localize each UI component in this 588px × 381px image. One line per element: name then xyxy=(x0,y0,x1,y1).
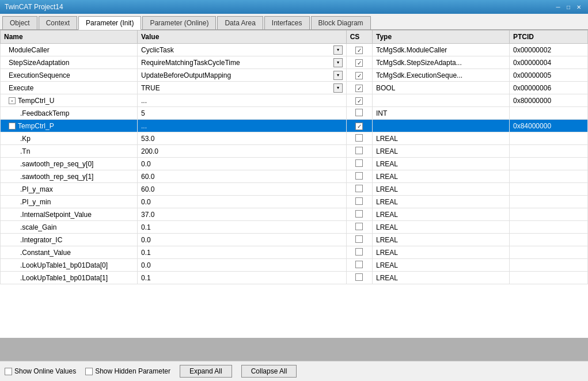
tab-object[interactable]: Object xyxy=(2,16,37,29)
table-row[interactable]: .LookUpTable1_bp01Data[0]0.0LREAL xyxy=(1,259,588,272)
table-row[interactable]: .sawtooth_rep_seq_y[0]0.0LREAL xyxy=(1,158,588,170)
cs-checkbox[interactable] xyxy=(355,273,363,281)
cs-checkbox[interactable] xyxy=(355,261,363,268)
cs-checkbox[interactable] xyxy=(355,147,363,154)
cs-cell[interactable] xyxy=(346,132,372,145)
tab-parameter-online[interactable]: Parameter (Online) xyxy=(142,16,216,29)
ptcid-cell xyxy=(509,145,587,158)
ptcid-cell: 0x84000000 xyxy=(509,120,587,132)
cs-checkbox[interactable] xyxy=(355,197,363,205)
tab-context[interactable]: Context xyxy=(39,16,77,29)
cs-cell[interactable] xyxy=(346,120,372,132)
cs-cell[interactable] xyxy=(346,94,372,107)
cs-cell[interactable] xyxy=(346,170,372,183)
table-row[interactable]: .Constant_Value0.1LREAL xyxy=(1,246,588,259)
table-row[interactable]: .Tn200.0LREAL xyxy=(1,145,588,158)
cs-cell[interactable] xyxy=(346,221,372,234)
dropdown-button[interactable]: ▾ xyxy=(333,83,343,93)
table-row[interactable]: Execute TRUE ▾ BOOL0x00000006 xyxy=(1,82,588,94)
close-button[interactable]: ✕ xyxy=(574,3,583,11)
show-hidden-param-checkbox[interactable] xyxy=(85,368,93,375)
value-cell: 60.0 xyxy=(138,170,347,183)
cs-cell[interactable] xyxy=(346,44,372,56)
expand-button[interactable]: - xyxy=(9,123,16,129)
window-title: TwinCAT Project14 xyxy=(5,3,63,11)
cs-checkbox[interactable] xyxy=(355,185,363,192)
cs-cell[interactable] xyxy=(346,234,372,246)
ptcid-cell xyxy=(509,183,587,196)
cs-checkbox[interactable] xyxy=(355,47,363,54)
cs-checkbox[interactable] xyxy=(355,109,363,116)
cs-checkbox[interactable] xyxy=(355,72,363,79)
tab-parameter-init[interactable]: Parameter (Init) xyxy=(78,16,141,30)
cs-checkbox[interactable] xyxy=(355,248,363,256)
header-ptcid: PTCID xyxy=(509,31,587,44)
maximize-button[interactable]: □ xyxy=(564,3,573,11)
cs-checkbox[interactable] xyxy=(355,159,363,167)
tab-interfaces[interactable]: Interfaces xyxy=(264,16,310,29)
cs-cell[interactable] xyxy=(346,272,372,284)
table-row[interactable]: .PI_y_max60.0LREAL xyxy=(1,183,588,196)
show-online-values-checkbox[interactable] xyxy=(5,368,12,375)
dropdown-button[interactable]: ▾ xyxy=(333,45,343,55)
dropdown-button[interactable]: ▾ xyxy=(333,71,343,80)
cs-checkbox[interactable] xyxy=(355,210,363,218)
window-controls: ─ □ ✕ xyxy=(553,3,583,11)
cs-cell[interactable] xyxy=(346,145,372,158)
row-name: .scale_Gain xyxy=(20,223,56,231)
ptcid-cell xyxy=(509,158,587,170)
cs-cell[interactable] xyxy=(346,69,372,82)
table-row[interactable]: .sawtooth_rep_seq_y[1]60.0LREAL xyxy=(1,170,588,183)
expand-button[interactable]: - xyxy=(9,97,16,104)
cs-cell[interactable] xyxy=(346,196,372,208)
cs-cell[interactable] xyxy=(346,259,372,272)
collapse-all-button[interactable]: Collapse All xyxy=(241,365,297,378)
table-row[interactable]: -TempCtrl_P...0x84000000 xyxy=(1,120,588,132)
cs-cell[interactable] xyxy=(346,183,372,196)
table-row[interactable]: .scale_Gain0.1LREAL xyxy=(1,221,588,234)
cs-checkbox[interactable] xyxy=(355,85,363,92)
value-cell: 60.0 xyxy=(138,183,347,196)
ptcid-cell xyxy=(509,132,587,145)
value-cell: CyclicTask ▾ xyxy=(138,44,347,56)
cs-checkbox[interactable] xyxy=(355,235,363,243)
table-row[interactable]: .Integrator_IC0.0LREAL xyxy=(1,234,588,246)
cs-checkbox[interactable] xyxy=(355,223,363,230)
name-cell: .InternalSetpoint_Value xyxy=(1,208,138,221)
value-text: TRUE xyxy=(141,84,332,92)
show-online-values-label[interactable]: Show Online Values xyxy=(5,367,76,375)
cs-checkbox[interactable] xyxy=(355,97,363,105)
type-cell: TcMgSdk.ExecutionSeque... xyxy=(372,69,509,82)
cs-cell[interactable] xyxy=(346,246,372,259)
cs-checkbox[interactable] xyxy=(355,59,363,67)
cs-cell[interactable] xyxy=(346,82,372,94)
show-hidden-param-label[interactable]: Show Hidden Parameter xyxy=(85,367,170,375)
table-row[interactable]: ExecutionSequence UpdateBeforeOutputMapp… xyxy=(1,69,588,82)
tab-data-area[interactable]: Data Area xyxy=(217,16,263,29)
table-row[interactable]: StepSizeAdaptation RequireMatchingTaskCy… xyxy=(1,56,588,69)
value-text: 5 xyxy=(141,109,145,117)
cs-cell[interactable] xyxy=(346,208,372,221)
table-row[interactable]: .Kp53.0LREAL xyxy=(1,132,588,145)
tab-block-diagram[interactable]: Block Diagram xyxy=(311,16,371,29)
dropdown-button[interactable]: ▾ xyxy=(333,58,343,67)
cs-cell[interactable] xyxy=(346,158,372,170)
expand-all-button[interactable]: Expand All xyxy=(180,365,232,378)
table-row[interactable]: ModuleCaller CyclicTask ▾ TcMgSdk.Module… xyxy=(1,44,588,56)
cs-cell[interactable] xyxy=(346,107,372,120)
ptcid-cell xyxy=(509,170,587,183)
table-row[interactable]: .PI_y_min0.0LREAL xyxy=(1,196,588,208)
table-row[interactable]: .InternalSetpoint_Value37.0LREAL xyxy=(1,208,588,221)
cs-checkbox[interactable] xyxy=(355,134,363,142)
minimize-button[interactable]: ─ xyxy=(553,3,563,11)
table-row[interactable]: .LookUpTable1_bp01Data[1]0.1LREAL xyxy=(1,272,588,284)
value-cell: 0.0 xyxy=(138,259,347,272)
table-row[interactable]: -TempCtrl_U...0x80000000 xyxy=(1,94,588,107)
name-cell: .scale_Gain xyxy=(1,221,138,234)
table-row[interactable]: .FeedbackTemp5INT xyxy=(1,107,588,120)
cs-checkbox[interactable] xyxy=(355,123,363,130)
cs-cell[interactable] xyxy=(346,56,372,69)
row-name: .PI_y_max xyxy=(20,185,53,193)
parameter-table-container: Name Value CS Type PTCID ModuleCaller Cy… xyxy=(0,30,588,338)
cs-checkbox[interactable] xyxy=(355,172,363,180)
